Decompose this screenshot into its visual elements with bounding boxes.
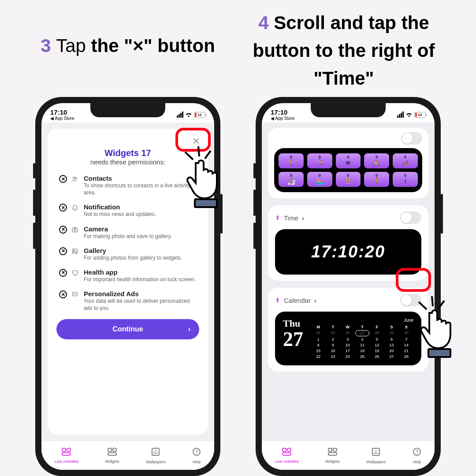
activity-cell[interactable]: 0↕ (393, 172, 418, 187)
permission-name: Health app (84, 268, 199, 276)
svg-text:?: ? (195, 450, 198, 454)
step-4-number: 4 (258, 12, 274, 33)
permission-type-icon (71, 269, 79, 283)
activity-cell[interactable]: 0🚴 (364, 153, 389, 168)
svg-rect-13 (108, 453, 116, 455)
svg-line-19 (185, 152, 193, 160)
svg-rect-27 (333, 448, 337, 451)
back-to-appstore[interactable]: ◀ App Store (271, 116, 295, 121)
activity-cell[interactable]: 0🚶 (279, 153, 304, 168)
svg-text:?: ? (416, 450, 418, 454)
signal-icon (397, 112, 404, 118)
tap-hand-icon (410, 291, 472, 363)
tab-help[interactable]: ?Help (413, 447, 421, 464)
permission-name: Camera (84, 225, 199, 233)
tab-widgets[interactable]: Widgets (325, 448, 340, 464)
chevron-right-icon: › (302, 214, 304, 222)
svg-line-36 (439, 301, 444, 309)
activity-cell[interactable]: 0🏊 (307, 172, 332, 187)
activity-cell[interactable]: 0🏂 (279, 172, 304, 187)
deny-icon: ✕ (59, 226, 67, 234)
svg-line-21 (205, 151, 211, 159)
deny-icon: ✕ (59, 204, 67, 212)
permission-desc: Your data will be used to deliver person… (84, 298, 199, 312)
calendar-widget-card: ⬆ Calendar › Thu 27 June MTWT (268, 288, 428, 372)
activity-toggle[interactable] (401, 132, 422, 145)
svg-rect-11 (108, 448, 112, 451)
tab-wallpapers[interactable]: 14PROWallpapers (366, 447, 386, 464)
tab-help[interactable]: ?Help (192, 447, 201, 464)
tab-wallpapers[interactable]: 14PROWallpapers (146, 447, 166, 464)
svg-text:PRO: PRO (153, 452, 158, 454)
svg-rect-8 (62, 448, 66, 451)
deny-icon: ✕ (59, 290, 67, 298)
phone-notch (311, 103, 386, 117)
phone-mockup-right: 17:10 ◀ App Store 12 0🚶0🏃0≋0🚴0🦽0🏂0🏊0🏋0🚶0… (256, 97, 441, 476)
highlight-time-toggle (396, 268, 431, 292)
tab-widgets[interactable]: Widgets (105, 448, 119, 464)
svg-line-20 (198, 146, 199, 156)
permission-row: ✕ Health appFor important health informa… (56, 268, 199, 283)
permission-type-icon: AD (71, 290, 79, 312)
permission-name: Gallery (84, 247, 199, 254)
activity-cell[interactable]: 0🦽 (393, 153, 418, 168)
chevron-right-icon: › (314, 297, 316, 304)
step-3-heading: 3 Tap the "×" button (26, 35, 229, 92)
wifi-icon (185, 111, 192, 118)
activity-cell[interactable]: 0🏋 (336, 172, 361, 187)
tab-live-activities[interactable]: Live Activities (55, 448, 78, 464)
arrow-up-icon: ⬆ (275, 214, 280, 221)
activity-cell[interactable]: 0≋ (336, 153, 361, 168)
calendar-section-header[interactable]: ⬆ Calendar › (275, 297, 316, 304)
svg-line-35 (432, 296, 433, 306)
activity-cell[interactable]: 0🏃 (307, 153, 332, 168)
svg-rect-26 (328, 448, 332, 451)
svg-rect-37 (428, 349, 450, 357)
permission-row: ✕ AD Personalized AdsYour data will be u… (56, 290, 199, 312)
svg-rect-22 (195, 199, 217, 207)
step-3-number: 3 (41, 35, 56, 56)
svg-rect-24 (287, 448, 291, 451)
calendar-display: Thu 27 June MTWTFSS242526272829301234567… (275, 312, 421, 365)
permission-type-icon (71, 226, 79, 240)
time-toggle[interactable] (400, 212, 421, 224)
tab-bar: Live ActivitiesWidgets14PROWallpapers?He… (41, 441, 214, 470)
step-4-heading: 4 Scroll and tap the button to the right… (238, 9, 450, 92)
deny-icon: ✕ (59, 175, 67, 183)
back-to-appstore[interactable]: ◀ App Store (50, 116, 74, 121)
svg-point-3 (74, 229, 76, 231)
activity-cell[interactable]: 0🚶 (364, 172, 389, 187)
arrow-up-icon: ⬆ (275, 297, 280, 304)
svg-rect-4 (73, 249, 78, 254)
svg-point-0 (73, 177, 75, 179)
svg-rect-9 (67, 448, 71, 451)
permission-row: ✕ CameraFor making photo and save to gal… (56, 225, 199, 240)
battery-icon: 12 (194, 112, 205, 118)
svg-rect-2 (72, 228, 78, 232)
permission-type-icon (71, 175, 79, 196)
svg-rect-10 (62, 453, 71, 455)
svg-rect-28 (328, 453, 337, 455)
status-time: 17:10 (50, 108, 74, 116)
signal-icon (177, 112, 183, 118)
wifi-icon (405, 111, 413, 118)
permission-type-icon (71, 204, 79, 218)
tab-bar: Live ActivitiesWidgets14PROWallpapers?He… (262, 441, 435, 470)
svg-text:AD: AD (74, 294, 77, 296)
svg-point-5 (74, 250, 74, 251)
svg-text:PRO: PRO (374, 452, 379, 454)
permission-type-icon (71, 247, 79, 261)
chevron-right-icon: › (188, 325, 190, 333)
activity-widget-card: 0🚶0🏃0≋0🚴0🦽0🏂0🏊0🏋0🚶0↕ (268, 128, 428, 198)
permission-desc: For adding photos from gallery to widget… (84, 254, 199, 261)
svg-rect-23 (283, 448, 286, 451)
time-display: 17:10:20 (275, 229, 421, 275)
tab-live-activities[interactable]: Live Activities (275, 448, 299, 464)
deny-icon: ✕ (59, 247, 67, 255)
svg-rect-25 (283, 453, 291, 455)
svg-rect-12 (113, 448, 116, 451)
phone-mockup-left: 17:10 ◀ App Store 12 ✕ Widgets 17 needs … (35, 97, 220, 476)
permission-name: Personalized Ads (84, 290, 199, 298)
time-section-header[interactable]: ⬆ Time › (275, 214, 304, 222)
continue-button[interactable]: Continue› (56, 319, 199, 339)
